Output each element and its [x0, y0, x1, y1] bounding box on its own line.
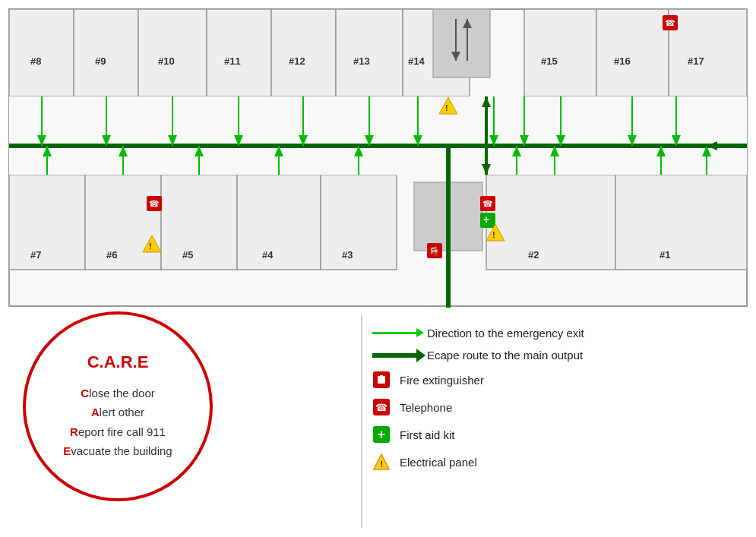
svg-rect-14 — [9, 175, 85, 270]
care-title: C.A.R.E — [87, 352, 149, 372]
legend-item-escape: Ecape route to the main output — [372, 349, 737, 362]
svg-rect-0 — [9, 9, 747, 306]
room-label-1: #1 — [660, 249, 670, 261]
svg-rect-5 — [271, 9, 336, 96]
svg-rect-21 — [615, 175, 747, 270]
fire-extinguisher-legend-icon — [373, 371, 390, 388]
svg-marker-58 — [354, 146, 363, 156]
svg-rect-15 — [85, 175, 161, 270]
svg-text:!: ! — [149, 242, 152, 251]
legend-electrical-text: Electrical panel — [400, 456, 477, 469]
room-label-2: #2 — [528, 249, 539, 261]
svg-rect-19 — [414, 182, 482, 251]
room-label-10: #10 — [158, 55, 175, 67]
svg-marker-54 — [195, 146, 204, 156]
svg-rect-8 — [433, 9, 490, 77]
room-label-13: #13 — [353, 55, 370, 67]
room-label-14: #14 — [408, 55, 425, 67]
telephone-legend-icon: ☎ — [373, 399, 390, 415]
svg-text:☎: ☎ — [482, 199, 493, 208]
legend-item-electrical: ! Electrical panel — [372, 453, 737, 471]
thin-arrow-icon — [372, 332, 418, 334]
svg-rect-18 — [321, 175, 397, 270]
svg-rect-6 — [336, 9, 403, 96]
room-label-8: #8 — [30, 55, 41, 67]
svg-marker-56 — [274, 146, 283, 156]
care-line-4: Evacuate the building — [63, 441, 172, 461]
svg-rect-13 — [669, 9, 747, 96]
svg-rect-22 — [9, 96, 747, 175]
room-label-6: #6 — [106, 249, 117, 261]
care-line-3: Report fire call 911 — [70, 422, 166, 442]
svg-rect-78 — [480, 196, 495, 211]
svg-text:🧯: 🧯 — [430, 245, 441, 256]
svg-text:+: + — [483, 213, 489, 226]
svg-rect-16 — [161, 175, 237, 270]
svg-rect-80 — [663, 15, 678, 30]
svg-marker-30 — [168, 135, 177, 146]
svg-rect-7 — [403, 9, 470, 96]
room-label-9: #9 — [95, 55, 106, 67]
room-label-4: #4 — [262, 249, 274, 261]
thick-arrow-icon — [372, 353, 418, 358]
legend: Direction to the emergency exit Ecape ro… — [372, 327, 737, 480]
svg-rect-11 — [524, 9, 596, 96]
room-label-12: #12 — [289, 55, 305, 67]
svg-marker-86 — [143, 235, 161, 252]
legend-first-aid-text: First aid kit — [400, 428, 455, 441]
svg-rect-76 — [147, 196, 162, 211]
legend-item-phone: ☎ Telephone — [372, 398, 737, 416]
care-circle: C.A.R.E Close the door Alert other Repor… — [23, 311, 213, 501]
svg-marker-44 — [556, 135, 565, 146]
room-label-11: #11 — [224, 55, 241, 67]
room-label-5: #5 — [182, 249, 193, 261]
legend-phone-text: Telephone — [400, 401, 452, 414]
svg-marker-61 — [512, 146, 521, 156]
room-label-15: #15 — [541, 55, 558, 67]
svg-marker-84 — [439, 97, 457, 114]
svg-marker-42 — [520, 135, 529, 146]
legend-item-fire-ext: Fire extinguisher — [372, 371, 737, 389]
first-aid-legend-icon: + — [373, 426, 390, 443]
svg-rect-3 — [138, 9, 207, 96]
care-line-2: Alert other — [91, 403, 144, 422]
svg-marker-36 — [365, 135, 374, 146]
svg-text:F: F — [431, 247, 435, 255]
svg-marker-71 — [482, 96, 491, 107]
svg-text:!: ! — [492, 230, 495, 239]
divider — [361, 315, 362, 528]
svg-rect-20 — [486, 175, 615, 270]
svg-rect-82 — [480, 213, 495, 228]
room-label-7: #7 — [30, 249, 41, 261]
legend-fire-ext-text: Fire extinguisher — [400, 374, 484, 387]
svg-marker-69 — [707, 141, 717, 150]
svg-text:☎: ☎ — [149, 199, 160, 208]
svg-marker-28 — [102, 135, 111, 146]
floorplan: #8 #9 #10 #11 #12 #13 #14 #15 #16 #17 #7… — [8, 8, 748, 308]
svg-marker-38 — [413, 135, 422, 146]
svg-marker-34 — [299, 135, 308, 146]
electrical-panel-legend-icon: ! — [373, 453, 390, 470]
legend-direction-text: Direction to the emergency exit — [427, 327, 584, 340]
svg-rect-1 — [9, 9, 74, 96]
room-label-17: #17 — [688, 55, 704, 67]
room-label-3: #3 — [342, 249, 353, 261]
svg-rect-73 — [427, 243, 442, 258]
care-line-1: Close the door — [81, 384, 155, 403]
svg-rect-17 — [237, 175, 321, 270]
svg-marker-32 — [234, 135, 243, 146]
legend-item-first-aid: + First aid kit — [372, 425, 737, 444]
legend-escape-text: Ecape route to the main output — [427, 349, 583, 362]
svg-marker-88 — [486, 224, 505, 241]
svg-rect-12 — [596, 9, 669, 96]
svg-marker-40 — [489, 135, 498, 146]
svg-marker-52 — [119, 146, 128, 156]
svg-text:!: ! — [381, 460, 384, 469]
svg-marker-72 — [482, 164, 491, 175]
svg-marker-46 — [628, 135, 637, 146]
svg-rect-2 — [74, 9, 138, 96]
legend-item-direction: Direction to the emergency exit — [372, 327, 737, 340]
svg-text:☎: ☎ — [665, 18, 675, 27]
svg-marker-50 — [43, 146, 52, 156]
svg-marker-65 — [656, 146, 666, 156]
